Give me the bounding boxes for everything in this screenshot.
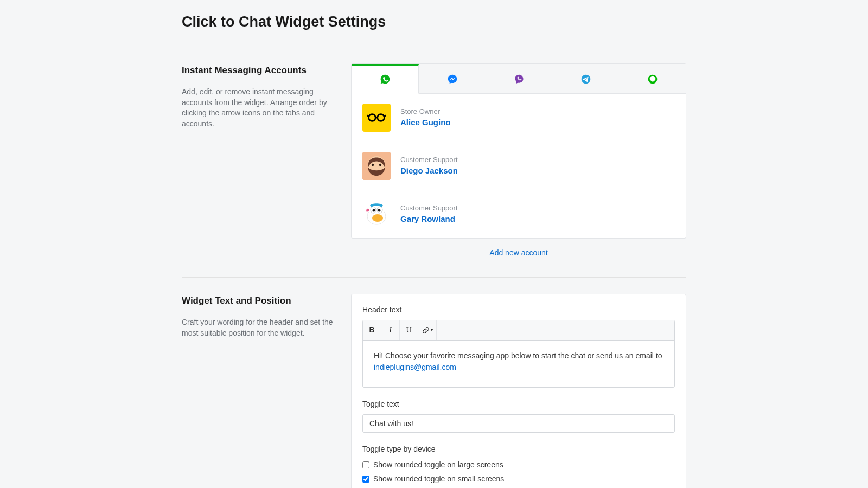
svg-point-3 xyxy=(378,114,385,121)
account-role: Customer Support xyxy=(400,203,458,214)
accounts-heading: Instant Messaging Accounts xyxy=(182,63,334,78)
link-icon xyxy=(422,326,430,334)
dropdown-caret-icon: ▾ xyxy=(431,327,433,333)
header-text-email-link[interactable]: indieplugins@gmail.com xyxy=(374,363,456,371)
account-role: Store Owner xyxy=(400,106,451,117)
page-title: Click to Chat Widget Settings xyxy=(182,11,686,44)
toggle-text-label: Toggle text xyxy=(362,399,675,410)
link-button[interactable]: ▾ xyxy=(418,320,437,340)
editor-toolbar: B I U ▾ xyxy=(363,320,674,341)
header-text-content[interactable]: Hi! Choose your favorite messaging app b… xyxy=(363,341,674,387)
toggle-text-input[interactable] xyxy=(362,414,675,433)
accounts-description: Add, edit, or remove instant messaging a… xyxy=(182,87,334,129)
header-text-label: Header text xyxy=(362,304,675,316)
widget-text-description: Craft your wording for the header and se… xyxy=(182,317,334,338)
italic-button[interactable]: I xyxy=(381,320,400,340)
widget-text-heading: Widget Text and Position xyxy=(182,294,334,308)
tab-viber[interactable] xyxy=(486,64,552,94)
line-icon xyxy=(647,74,658,85)
svg-point-14 xyxy=(378,209,381,211)
account-name: Alice Gugino xyxy=(400,117,451,129)
messenger-icon xyxy=(447,74,458,85)
avatar xyxy=(362,152,391,180)
account-row[interactable]: Store Owner Alice Gugino xyxy=(352,94,686,142)
tab-line[interactable] xyxy=(619,64,686,94)
svg-point-2 xyxy=(369,114,376,121)
account-role: Customer Support xyxy=(400,155,458,165)
whatsapp-icon xyxy=(380,74,391,85)
account-name: Diego Jackson xyxy=(400,165,458,177)
underline-button[interactable]: U xyxy=(400,320,418,340)
avatar xyxy=(362,200,391,228)
avatar xyxy=(362,104,391,132)
account-row[interactable]: Customer Support Gary Rowland xyxy=(352,190,686,238)
bold-button[interactable]: B xyxy=(363,320,381,340)
svg-point-6 xyxy=(372,163,374,165)
add-account-link[interactable]: Add new account xyxy=(351,239,686,261)
toggle-type-label: Toggle type by device xyxy=(362,444,675,455)
svg-point-13 xyxy=(373,209,375,211)
svg-point-10 xyxy=(372,214,383,222)
telegram-icon xyxy=(580,74,591,85)
widget-text-panel: Header text B I U ▾ xyxy=(351,294,686,489)
section-accounts: Instant Messaging Accounts Add, edit, or… xyxy=(182,63,686,278)
tab-telegram[interactable] xyxy=(552,64,619,94)
section-widget-text: Widget Text and Position Craft your word… xyxy=(182,294,686,489)
accounts-panel: Store Owner Alice Gugino xyxy=(351,63,686,239)
viber-icon xyxy=(514,74,525,85)
account-row[interactable]: Customer Support Diego Jackson xyxy=(352,142,686,190)
tab-whatsapp[interactable] xyxy=(352,64,419,94)
checkbox-large-row[interactable]: Show rounded toggle on large screens xyxy=(362,459,675,471)
svg-point-7 xyxy=(379,163,381,165)
channel-tabs xyxy=(352,64,686,94)
checkbox-small-label: Show rounded toggle on small screens xyxy=(373,473,504,485)
checkbox-small-row[interactable]: Show rounded toggle on small screens xyxy=(362,473,675,485)
header-text-editor: B I U ▾ Hi! Choose your favorite messagi… xyxy=(362,320,675,388)
checkbox-small-screens[interactable] xyxy=(362,476,369,483)
checkbox-large-label: Show rounded toggle on large screens xyxy=(373,459,503,471)
account-name: Gary Rowland xyxy=(400,213,458,226)
checkbox-large-screens[interactable] xyxy=(362,461,369,468)
tab-messenger[interactable] xyxy=(419,64,486,94)
header-text-value: Hi! Choose your favorite messaging app b… xyxy=(374,351,662,360)
